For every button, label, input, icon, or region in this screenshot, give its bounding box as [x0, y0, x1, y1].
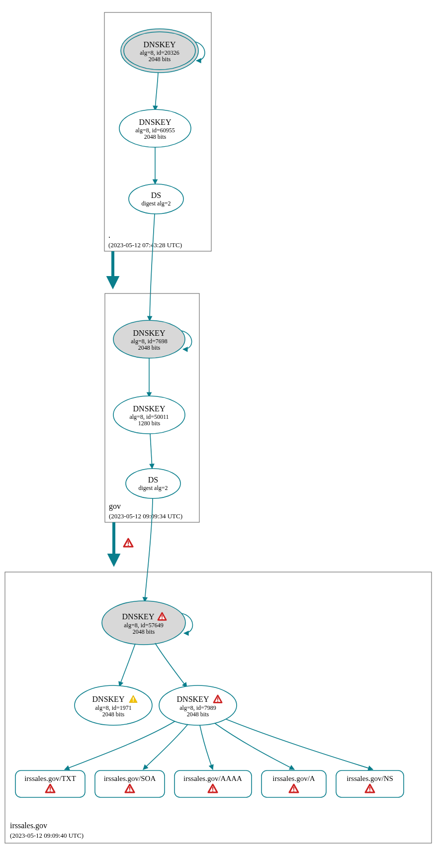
- svg-text:digest alg=2: digest alg=2: [138, 484, 168, 491]
- svg-text:DS: DS: [148, 476, 158, 484]
- edge-root-ds-to-gov-ksk: [150, 214, 155, 321]
- svg-text:irssales.gov/NS: irssales.gov/NS: [347, 774, 393, 782]
- svg-text:alg=8, id=57649: alg=8, id=57649: [124, 622, 164, 629]
- svg-text:alg=8, id=60955: alg=8, id=60955: [135, 127, 175, 134]
- rr-aaaa[interactable]: irssales.gov/AAAA: [174, 771, 252, 797]
- rr-a[interactable]: irssales.gov/A: [262, 771, 326, 797]
- svg-text:alg=8, id=7698: alg=8, id=7698: [131, 338, 168, 345]
- svg-text:2048 bits: 2048 bits: [138, 344, 161, 351]
- svg-text:DNSKEY: DNSKEY: [133, 329, 166, 337]
- edge-leaf-ksk-to-zsk-a: [119, 644, 135, 686]
- svg-text:irssales.gov/SOA: irssales.gov/SOA: [104, 774, 156, 782]
- error-icon-delegation: [124, 539, 133, 547]
- node-gov-zsk[interactable]: DNSKEY alg=8, id=50011 1280 bits: [113, 396, 185, 434]
- node-gov-ds[interactable]: DS digest alg=2: [126, 469, 180, 498]
- svg-text:DNSKEY: DNSKEY: [144, 40, 176, 49]
- svg-text:2048 bits: 2048 bits: [149, 56, 171, 63]
- svg-text:DNSKEY: DNSKEY: [177, 695, 209, 703]
- edge-zskb-to-soa: [143, 724, 188, 770]
- svg-text:alg=8, id=50011: alg=8, id=50011: [129, 413, 169, 420]
- svg-text:DS: DS: [151, 191, 161, 199]
- node-leaf-ksk[interactable]: DNSKEY alg=8, id=57649 2048 bits: [102, 601, 185, 645]
- svg-text:2048 bits: 2048 bits: [144, 133, 167, 140]
- rr-txt[interactable]: irssales.gov/TXT: [15, 771, 85, 797]
- svg-text:2048 bits: 2048 bits: [133, 628, 155, 635]
- svg-text:alg=8, id=1971: alg=8, id=1971: [95, 704, 132, 711]
- rr-ns[interactable]: irssales.gov/NS: [336, 771, 404, 797]
- svg-text:2048 bits: 2048 bits: [102, 711, 125, 718]
- svg-text:digest alg=2: digest alg=2: [141, 200, 171, 207]
- svg-text:DNSKEY: DNSKEY: [139, 118, 172, 126]
- svg-text:2048 bits: 2048 bits: [187, 711, 209, 718]
- node-root-ds[interactable]: DS digest alg=2: [129, 184, 183, 214]
- rr-soa[interactable]: irssales.gov/SOA: [95, 771, 165, 797]
- edge-leaf-ksk-to-zsk-b: [155, 643, 187, 687]
- svg-text:DNSKEY: DNSKEY: [92, 695, 125, 703]
- zone-ts-leaf: (2023-05-12 09:09:40 UTC): [10, 832, 84, 839]
- node-leaf-zsk-a[interactable]: DNSKEY alg=8, id=1971 2048 bits: [75, 685, 152, 725]
- svg-text:1280 bits: 1280 bits: [138, 420, 161, 427]
- edge-gov-zsk-to-ds: [150, 434, 152, 469]
- svg-text:alg=8, id=20326: alg=8, id=20326: [140, 49, 179, 56]
- node-gov-ksk[interactable]: DNSKEY alg=8, id=7698 2048 bits: [113, 320, 185, 358]
- zone-label-root: .: [108, 231, 110, 239]
- node-root-zsk[interactable]: DNSKEY alg=8, id=60955 2048 bits: [119, 109, 191, 147]
- edge-root-ksk-to-zsk: [155, 73, 158, 110]
- svg-text:irssales.gov/A: irssales.gov/A: [272, 774, 315, 782]
- zone-label-leaf: irssales.gov: [10, 821, 47, 830]
- edge-zskb-to-aaaa: [200, 725, 213, 770]
- svg-text:irssales.gov/AAAA: irssales.gov/AAAA: [183, 774, 242, 782]
- zone-ts-root: (2023-05-12 07:43:28 UTC): [108, 241, 182, 249]
- node-root-ksk[interactable]: DNSKEY alg=8, id=20326 2048 bits: [121, 29, 198, 73]
- edge-zskb-to-txt: [65, 721, 175, 770]
- svg-text:DNSKEY: DNSKEY: [133, 404, 166, 413]
- svg-text:DNSKEY: DNSKEY: [122, 612, 155, 621]
- zone-label-gov: gov: [109, 502, 121, 511]
- dnssec-diagram: . (2023-05-12 07:43:28 UTC) DNSKEY alg=8…: [0, 0, 436, 868]
- zone-ts-gov: (2023-05-12 09:09:34 UTC): [109, 512, 182, 520]
- node-leaf-zsk-b[interactable]: DNSKEY alg=8, id=7989 2048 bits: [159, 685, 237, 725]
- svg-text:irssales.gov/TXT: irssales.gov/TXT: [24, 774, 76, 782]
- svg-text:alg=8, id=7989: alg=8, id=7989: [179, 704, 216, 711]
